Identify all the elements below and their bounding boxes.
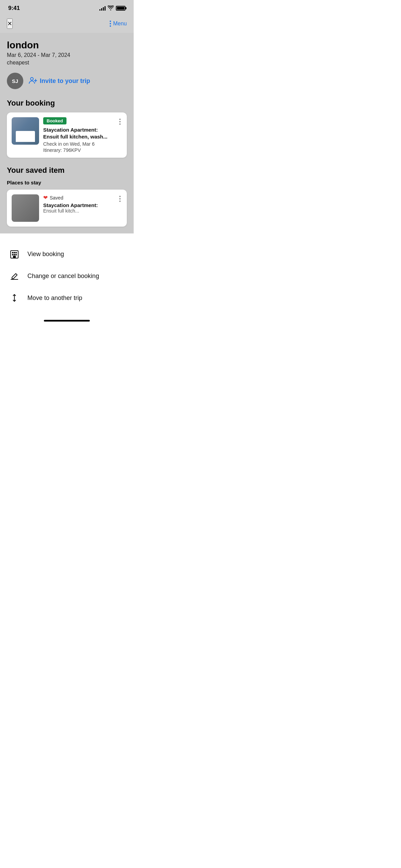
saved-info: ❤ Saved Staycation Apartment: Ensuit ful… bbox=[43, 194, 114, 214]
status-time: 9:41 bbox=[8, 5, 20, 12]
view-booking-item[interactable]: View booking bbox=[8, 243, 125, 265]
booking-checkin: Check in on Wed, Mar 6 bbox=[43, 141, 114, 147]
booking-itinerary: Itinerary: 796KPV bbox=[43, 147, 114, 153]
menu-button[interactable]: Menu bbox=[110, 21, 127, 27]
saved-card: ❤ Saved Staycation Apartment: Ensuit ful… bbox=[7, 190, 127, 227]
status-bar: 9:41 bbox=[0, 0, 134, 14]
bottom-sheet: View booking Change or cancel booking Mo… bbox=[0, 233, 134, 316]
menu-label: Menu bbox=[113, 21, 127, 27]
booking-section-title: Your booking bbox=[7, 99, 127, 108]
saved-section-title: Your saved item bbox=[7, 166, 127, 175]
signal-icon bbox=[99, 6, 106, 11]
saved-subtitle: Places to stay bbox=[7, 180, 127, 185]
saved-badge-label: Saved bbox=[50, 195, 63, 201]
saved-image bbox=[12, 194, 39, 222]
avatar: SJ bbox=[7, 73, 23, 89]
wifi-icon bbox=[108, 5, 114, 11]
invite-section: SJ Invite to your trip bbox=[7, 73, 127, 89]
change-cancel-label: Change or cancel booking bbox=[27, 273, 99, 280]
move-trip-label: Move to another trip bbox=[27, 294, 82, 302]
building-icon bbox=[8, 249, 21, 259]
svg-rect-5 bbox=[14, 252, 15, 253]
svg-point-0 bbox=[31, 77, 33, 80]
change-cancel-item[interactable]: Change or cancel booking bbox=[8, 265, 125, 287]
trip-title: london bbox=[7, 40, 127, 51]
invite-icon bbox=[29, 76, 37, 86]
arrows-icon bbox=[8, 293, 21, 303]
battery-icon bbox=[116, 6, 125, 11]
trip-sort: cheapest bbox=[7, 60, 127, 66]
invite-button[interactable]: Invite to your trip bbox=[29, 76, 90, 86]
heart-icon: ❤ bbox=[43, 194, 48, 201]
close-button[interactable]: × bbox=[7, 19, 13, 29]
saved-menu-button[interactable] bbox=[118, 194, 122, 203]
saved-name: Staycation Apartment: bbox=[43, 202, 114, 208]
booking-menu-button[interactable] bbox=[118, 117, 122, 126]
svg-rect-10 bbox=[13, 256, 16, 258]
booking-info: Booked Staycation Apartment: Ensuit full… bbox=[43, 117, 114, 153]
home-indicator bbox=[0, 316, 134, 324]
trip-dates: Mar 6, 2024 - Mar 7, 2024 bbox=[7, 52, 127, 58]
booked-badge: Booked bbox=[43, 117, 66, 124]
saved-sub: Ensuit full kitch... bbox=[43, 208, 114, 214]
status-icons bbox=[99, 5, 125, 11]
dots-icon bbox=[110, 21, 111, 27]
invite-label: Invite to your trip bbox=[40, 77, 90, 85]
move-trip-item[interactable]: Move to another trip bbox=[8, 287, 125, 309]
svg-rect-6 bbox=[15, 252, 17, 253]
booking-image bbox=[12, 117, 39, 145]
home-bar bbox=[44, 320, 90, 322]
svg-rect-4 bbox=[12, 252, 13, 253]
top-nav: × Menu bbox=[0, 14, 134, 33]
svg-rect-8 bbox=[14, 254, 15, 255]
pencil-icon bbox=[8, 271, 21, 281]
svg-rect-9 bbox=[15, 254, 17, 255]
view-booking-label: View booking bbox=[27, 251, 64, 258]
booking-card: Booked Staycation Apartment: Ensuit full… bbox=[7, 112, 127, 158]
main-content: london Mar 6, 2024 - Mar 7, 2024 cheapes… bbox=[0, 33, 134, 233]
svg-rect-7 bbox=[12, 254, 13, 255]
booking-name: Staycation Apartment: Ensuit full kitche… bbox=[43, 126, 114, 140]
